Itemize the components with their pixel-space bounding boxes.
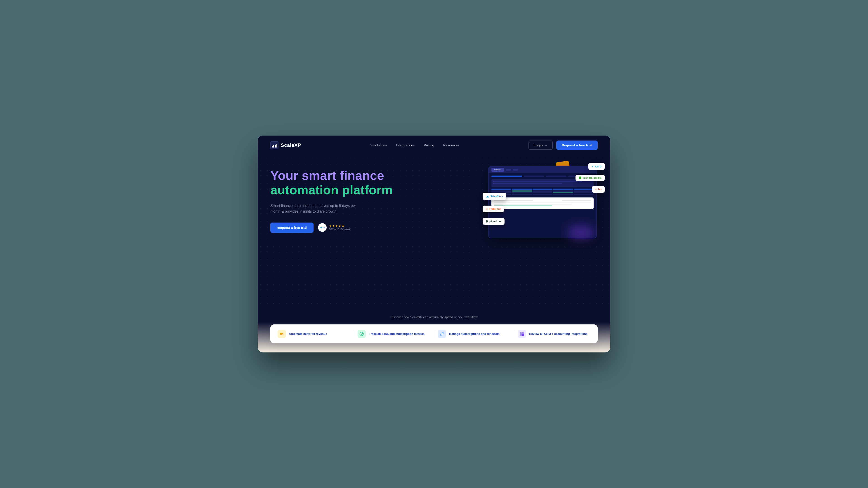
feature-subscriptions: Manage subscriptions and renewals bbox=[434, 330, 514, 338]
quickbooks-pill: intuit quickbooks bbox=[576, 175, 604, 181]
feature-deferred-revenue: Automate deferred revenue bbox=[278, 330, 354, 338]
feature-label-sub: Manage subscriptions and renewals bbox=[449, 332, 500, 336]
login-arrow-icon: → bbox=[545, 143, 548, 147]
xero-badge-text: ★★★★★ 100% 5* Reviews bbox=[329, 224, 350, 231]
nav-link-pricing[interactable]: Pricing bbox=[424, 143, 434, 147]
sub-icon-svg bbox=[440, 332, 444, 336]
saas-icon-svg bbox=[360, 332, 364, 336]
laptop-table bbox=[491, 189, 594, 195]
brand-name: ScaleXP bbox=[281, 142, 301, 148]
reviews-label: 100% 5* Reviews bbox=[329, 228, 350, 231]
svg-point-3 bbox=[360, 332, 364, 336]
svg-rect-7 bbox=[522, 334, 524, 336]
laptop-tab-active: ScaleXP bbox=[491, 168, 504, 172]
zoho-pill: zoho bbox=[592, 186, 604, 193]
nav-trial-button[interactable]: Request a free trial bbox=[556, 140, 598, 150]
hero-cta: Request a free trial xero ★★★★★ 100% 5* … bbox=[270, 223, 421, 233]
nav-link-solutions[interactable]: Sololutions bbox=[370, 143, 387, 147]
salesforce-pill: ☁ Salesforce bbox=[483, 193, 506, 200]
feature-label-deferred: Automate deferred revenue bbox=[289, 332, 327, 336]
svg-rect-6 bbox=[520, 334, 522, 336]
logo-icon bbox=[270, 141, 278, 149]
hubspot-pill: ⬡ HubSpot bbox=[483, 205, 504, 213]
feature-crm: Review all CRM + accounting integrations bbox=[514, 330, 590, 338]
svg-rect-0 bbox=[280, 332, 283, 335]
hero-title-line2: automation platform bbox=[270, 183, 393, 197]
deferred-icon-svg bbox=[279, 332, 284, 336]
laptop-tab-2 bbox=[513, 169, 518, 170]
svg-rect-1 bbox=[280, 333, 283, 334]
hs-icon: ⬡ bbox=[486, 207, 488, 210]
hero-title: Your smart finance automation platform bbox=[270, 168, 421, 197]
feature-icon-crm bbox=[518, 330, 526, 338]
feature-label-crm: Review all CRM + accounting integrations bbox=[529, 332, 587, 336]
svg-rect-5 bbox=[522, 332, 524, 334]
sf-cloud-icon: ☁ bbox=[486, 195, 489, 198]
hero-title-line1: Your smart finance bbox=[270, 168, 384, 183]
crm-icon-svg bbox=[520, 332, 524, 336]
qb-icon bbox=[579, 176, 581, 179]
bottom-area: Discover how ScaleXP can accurately spee… bbox=[258, 309, 610, 352]
svg-rect-2 bbox=[280, 334, 282, 335]
discover-text: Discover how ScaleXP can accurately spee… bbox=[270, 309, 598, 324]
hero-subtitle: Smart finance automation that saves up t… bbox=[270, 203, 356, 215]
feature-icon-sub bbox=[438, 330, 446, 338]
hero-trial-button[interactable]: Request a free trial bbox=[270, 223, 313, 233]
logo: ScaleXP bbox=[270, 141, 301, 149]
pd-icon bbox=[486, 220, 488, 223]
feature-label-saas: Track all SaaS and subscription metrics bbox=[369, 332, 425, 336]
xero-pill: ✕ xero bbox=[588, 163, 604, 170]
laptop-tab bbox=[506, 169, 511, 170]
xero-logo: xero bbox=[318, 223, 327, 232]
feature-icon-saas bbox=[358, 330, 366, 338]
hero-section: Your smart finance automation platform S… bbox=[258, 155, 610, 309]
nav-actions: Login → Request a free trial bbox=[528, 140, 598, 150]
nav-link-integrations[interactable]: Intergrations bbox=[396, 143, 414, 147]
browser-window: ScaleXP Sololutions Intergrations Pricin… bbox=[258, 135, 610, 352]
pipedrive-pill: pipedrive bbox=[483, 218, 504, 225]
svg-rect-4 bbox=[520, 332, 522, 334]
star-rating: ★★★★★ bbox=[329, 224, 350, 228]
nav-links: Sololutions Intergrations Pricing Resour… bbox=[370, 143, 459, 147]
xero-badge: xero ★★★★★ 100% 5* Reviews bbox=[318, 223, 350, 232]
hero-illustration: ScaleXP bbox=[475, 159, 606, 254]
login-button[interactable]: Login → bbox=[528, 140, 553, 150]
navbar: ScaleXP Sololutions Intergrations Pricin… bbox=[258, 135, 610, 155]
deco-purple bbox=[567, 225, 594, 240]
feature-saas-metrics: Track all SaaS and subscription metrics bbox=[354, 330, 434, 338]
hero-content: Your smart finance automation platform S… bbox=[258, 155, 434, 233]
features-card: Automate deferred revenue Track all SaaS… bbox=[270, 324, 598, 344]
nav-link-resources[interactable]: Resources bbox=[443, 143, 460, 147]
xero-pill-icon: ✕ bbox=[592, 165, 593, 168]
feature-icon-deferred bbox=[278, 330, 286, 338]
laptop-top-bar: ScaleXP bbox=[489, 166, 596, 173]
